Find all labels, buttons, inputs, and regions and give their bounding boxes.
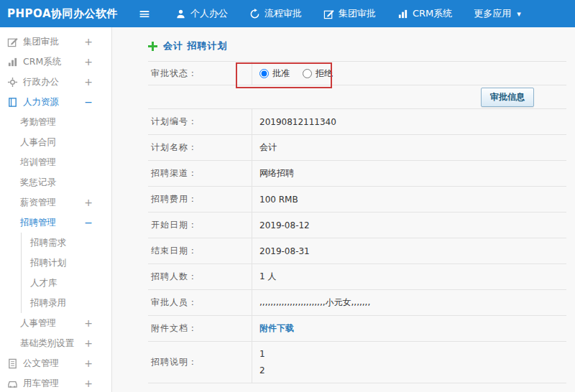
field-value: 1 人	[252, 264, 566, 289]
sidebar-item-label: 奖惩记录	[20, 177, 56, 189]
row-description: 招聘说明： 1 2	[148, 342, 566, 383]
expand-toggle[interactable]: +	[84, 36, 93, 47]
car-icon	[7, 378, 18, 389]
chevron-down-icon: ▾	[517, 9, 521, 19]
document-icon	[7, 358, 18, 369]
sidebar-item-crm[interactable]: CRM系统 +	[0, 52, 111, 72]
sidebar-item-hr[interactable]: 人力资源 −	[0, 92, 111, 112]
nav-crm-system[interactable]: CRM系统	[397, 7, 452, 20]
sidebar-item-label: 集团审批	[23, 36, 59, 48]
row-start-date: 开始日期： 2019-08-12	[148, 213, 566, 238]
main-content: 会计 招聘计划 审批状态： 批准 拒绝 审批信息	[112, 27, 575, 392]
nav-label: 流程审批	[264, 7, 302, 20]
sidebar-item-personnel-mgmt[interactable]: 人事管理 +	[0, 313, 111, 333]
sidebar-item-training[interactable]: 培训管理	[0, 152, 111, 172]
sidebar-item-label: 人力资源	[23, 96, 59, 108]
approval-status-radio-group: 批准 拒绝	[252, 62, 566, 85]
sidebar-item-attendance[interactable]: 考勤管理	[0, 112, 111, 132]
field-label: 计划编号：	[148, 109, 252, 134]
sidebar-item-label: 薪资管理	[20, 197, 56, 209]
approve-radio-option[interactable]: 批准	[259, 67, 290, 80]
nav-group-approval[interactable]: 集团审批	[323, 7, 376, 20]
field-label: 审批状态：	[148, 62, 252, 85]
field-value: 2019-08-12	[252, 213, 566, 238]
sidebar-item-rewards[interactable]: 奖惩记录	[0, 172, 111, 192]
field-value: 100 RMB	[252, 187, 566, 212]
nav-personal-office[interactable]: 个人办公	[175, 7, 228, 20]
sidebar: 集团审批 + CRM系统 + 行政办公 + 人力资源 − 考勤管理 人事合同 培…	[0, 27, 112, 392]
reject-radio[interactable]	[303, 69, 312, 78]
approval-info-button[interactable]: 审批信息	[481, 88, 534, 107]
sidebar-item-label: 招聘管理	[20, 217, 56, 229]
approve-radio[interactable]	[259, 69, 269, 78]
row-plan-number: 计划编号： 20190812111340	[148, 109, 566, 135]
expand-toggle[interactable]: +	[84, 56, 93, 67]
collapse-toggle[interactable]: −	[84, 96, 93, 108]
row-approval-status: 审批状态： 批准 拒绝	[148, 62, 566, 85]
sidebar-item-group-approval[interactable]: 集团审批 +	[0, 32, 111, 52]
field-label: 招聘渠道：	[148, 161, 252, 186]
sidebar-item-label: CRM系统	[23, 56, 61, 68]
nav-more-apps[interactable]: 更多应用 ▾	[474, 7, 521, 20]
nav-label: 集团审批	[339, 7, 376, 20]
row-recruit-cost: 招聘费用： 100 RMB	[148, 187, 566, 213]
field-value: 网络招聘	[252, 161, 566, 186]
hamburger-icon[interactable]: ≡	[134, 6, 155, 21]
row-attachment: 附件文档： 附件下载	[148, 316, 566, 342]
sidebar-item-vehicle-mgmt[interactable]: 用车管理 +	[0, 373, 111, 392]
plus-icon	[148, 42, 157, 51]
field-value: 2019-08-31	[252, 238, 566, 263]
attachment-download-link[interactable]: 附件下载	[259, 322, 294, 335]
sidebar-item-recruit-hire[interactable]: 招聘录用	[21, 293, 111, 313]
sidebar-item-label: 招聘录用	[30, 297, 66, 309]
sidebar-item-recruit-mgmt[interactable]: 招聘管理 −	[0, 213, 111, 233]
field-value: 会计	[252, 135, 566, 160]
expand-toggle[interactable]: +	[84, 76, 93, 88]
expand-toggle[interactable]: +	[84, 337, 93, 349]
field-value: ,,,,,,,,,,,,,,,,,,,,,,,,小元女,,,,,,,	[252, 290, 566, 315]
reject-radio-label: 拒绝	[316, 67, 333, 80]
row-end-date: 结束日期： 2019-08-31	[148, 238, 566, 264]
sidebar-item-label: 招聘计划	[30, 257, 66, 269]
sidebar-item-label: 招聘需求	[30, 237, 66, 249]
field-label: 结束日期：	[148, 238, 252, 263]
sidebar-item-label: 行政办公	[23, 76, 59, 88]
sidebar-item-admin-office[interactable]: 行政办公 +	[0, 72, 111, 92]
top-header: PHPOA协同办公软件 ≡ 个人办公 流程审批 集团审批 CRM系统	[0, 0, 575, 27]
edit-icon	[323, 9, 334, 19]
nav-process-approval[interactable]: 流程审批	[249, 7, 302, 20]
sidebar-item-salary[interactable]: 薪资管理 +	[0, 192, 111, 213]
row-headcount: 招聘人数： 1 人	[148, 264, 566, 290]
sidebar-item-document-mgmt[interactable]: 公文管理 +	[0, 353, 111, 373]
sidebar-item-label: 人才库	[30, 277, 58, 289]
field-label: 附件文档：	[148, 316, 252, 341]
expand-toggle[interactable]: +	[84, 378, 93, 389]
sidebar-item-talent-pool[interactable]: 人才库	[21, 273, 111, 293]
sidebar-item-hr-contract[interactable]: 人事合同	[0, 132, 111, 152]
sidebar-item-label: 用车管理	[23, 378, 59, 390]
page-title: 会计 招聘计划	[163, 39, 228, 52]
field-label: 招聘人数：	[148, 264, 252, 289]
field-label: 招聘费用：	[148, 187, 252, 212]
collapse-toggle[interactable]: −	[84, 217, 93, 228]
gear-icon	[7, 77, 18, 88]
expand-toggle[interactable]: +	[84, 197, 93, 208]
sidebar-item-label: 人事管理	[20, 317, 56, 330]
reject-radio-option[interactable]: 拒绝	[303, 67, 333, 80]
sidebar-item-base-category[interactable]: 基础类别设置 +	[0, 333, 111, 353]
row-plan-name: 计划名称： 会计	[148, 135, 566, 161]
edit-icon	[7, 37, 18, 47]
sidebar-item-recruit-demand[interactable]: 招聘需求	[21, 233, 111, 253]
nav-label: CRM系统	[413, 7, 452, 20]
nav-label: 个人办公	[190, 7, 228, 20]
top-navigation: 个人办公 流程审批 集团审批 CRM系统 更多应用 ▾	[175, 7, 521, 20]
cycle-icon	[249, 9, 260, 19]
expand-toggle[interactable]: +	[84, 317, 93, 329]
page-title-row: 会计 招聘计划	[148, 27, 566, 61]
sidebar-item-recruit-plan[interactable]: 招聘计划	[21, 253, 111, 273]
expand-toggle[interactable]: +	[84, 358, 93, 369]
field-label: 开始日期：	[148, 213, 252, 238]
sidebar-item-label: 基础类别设置	[20, 337, 74, 350]
sidebar-item-label: 公文管理	[23, 358, 59, 370]
sidebar-item-label: 培训管理	[20, 157, 56, 169]
